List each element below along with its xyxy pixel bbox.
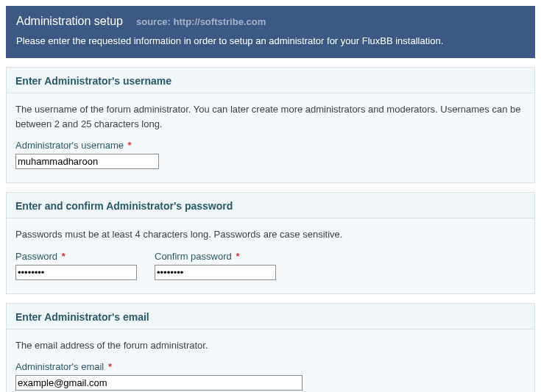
username-input[interactable]: [15, 154, 159, 169]
page-title: Administration setup: [16, 15, 123, 28]
section-email-heading: Enter Administrator's email: [7, 304, 534, 329]
setup-header: Administration setup source: http://soft…: [6, 6, 535, 58]
password-label: Password *: [15, 251, 137, 262]
field-group-password: Password *: [15, 251, 137, 280]
confirm-password-label-text: Confirm password: [155, 251, 232, 262]
section-username-description: The username of the forum administrator.…: [15, 102, 526, 131]
section-password-body: Passwords must be at least 4 characters …: [7, 218, 534, 293]
email-label-text: Administrator's email: [15, 361, 104, 372]
password-row: Password * Confirm password *: [15, 251, 526, 280]
required-marker-icon: *: [236, 251, 239, 262]
source-watermark: source: http://softstribe.com: [136, 16, 266, 27]
required-marker-icon: *: [62, 251, 66, 262]
section-email-description: The email address of the forum administr…: [15, 338, 526, 353]
field-group-confirm-password: Confirm password *: [155, 251, 276, 280]
field-group-username: Administrator's username *: [15, 140, 526, 169]
confirm-password-label: Confirm password *: [155, 251, 276, 262]
username-label-text: Administrator's username: [15, 140, 124, 151]
section-username: Enter Administrator's username The usern…: [6, 67, 535, 183]
section-password-description: Passwords must be at least 4 characters …: [15, 227, 526, 242]
confirm-password-input[interactable]: [155, 265, 276, 280]
required-marker-icon: *: [128, 140, 132, 151]
section-password: Enter and confirm Administrator's passwo…: [6, 192, 535, 294]
email-input[interactable]: [15, 375, 303, 391]
header-title-row: Administration setup source: http://soft…: [16, 15, 525, 28]
password-label-text: Password: [15, 251, 57, 262]
header-description: Please enter the requested information i…: [16, 35, 525, 46]
field-group-email: Administrator's email *: [15, 361, 526, 391]
section-email-body: The email address of the forum administr…: [7, 329, 534, 393]
password-input[interactable]: [15, 265, 137, 280]
section-username-body: The username of the forum administrator.…: [7, 93, 534, 182]
required-marker-icon: *: [108, 361, 112, 372]
section-email: Enter Administrator's email The email ad…: [6, 303, 535, 393]
email-label: Administrator's email *: [15, 361, 526, 372]
section-password-heading: Enter and confirm Administrator's passwo…: [7, 193, 534, 218]
username-label: Administrator's username *: [15, 140, 526, 151]
section-username-heading: Enter Administrator's username: [7, 68, 534, 93]
